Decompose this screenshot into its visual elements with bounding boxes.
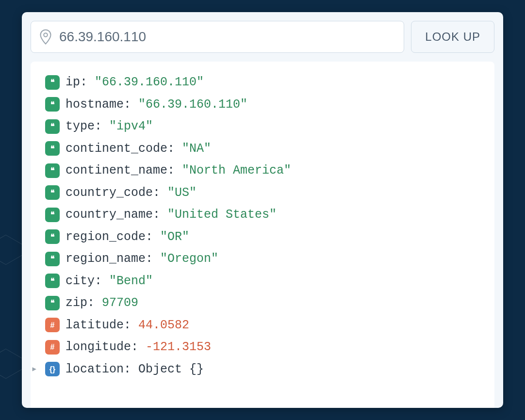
search-box[interactable] (31, 21, 404, 53)
string-type-icon: ❝ (45, 252, 60, 266)
result-row: #longitude: -121.3153 (45, 336, 486, 358)
svg-point-0 (44, 33, 48, 37)
result-key: ip (66, 71, 80, 94)
result-key: country_code (66, 182, 153, 204)
string-type-icon: ❝ (45, 229, 60, 244)
colon-separator: : (95, 115, 109, 138)
colon-separator: : (146, 248, 160, 270)
results-list[interactable]: ❝ip: "66.39.160.110"❝hostname: "66.39.16… (31, 62, 494, 408)
result-value: "ipv4" (109, 115, 153, 138)
result-key: zip (66, 292, 87, 314)
colon-separator: : (146, 226, 160, 248)
lookup-panel: LOOK UP ❝ip: "66.39.160.110"❝hostname: "… (22, 12, 503, 408)
number-type-icon: # (45, 318, 60, 332)
colon-separator: : (167, 138, 182, 160)
result-key: hostname (66, 94, 124, 116)
string-type-icon: ❝ (45, 185, 60, 200)
string-type-icon: ❝ (45, 75, 60, 90)
object-type-icon: {} (45, 362, 60, 376)
string-type-icon: ❝ (45, 163, 60, 178)
result-value: "66.39.160.110" (138, 94, 247, 116)
lookup-button[interactable]: LOOK UP (411, 21, 494, 53)
result-key: country_name (66, 204, 153, 226)
result-value: "66.39.160.110" (95, 71, 204, 94)
string-type-icon: ❝ (45, 119, 60, 134)
result-row: ❝ip: "66.39.160.110" (45, 71, 486, 94)
search-row: LOOK UP (31, 21, 494, 53)
colon-separator: : (153, 204, 167, 226)
string-type-icon: ❝ (45, 296, 60, 310)
result-key: region_code (66, 226, 146, 248)
location-pin-icon (40, 29, 51, 45)
colon-separator: : (95, 270, 109, 292)
result-row: ❝region_name: "Oregon" (45, 248, 486, 270)
colon-separator: : (87, 292, 102, 314)
colon-separator: : (124, 94, 138, 116)
colon-separator: : (124, 314, 138, 337)
result-row: ❝continent_name: "North America" (45, 160, 486, 182)
result-key: continent_name (66, 160, 167, 182)
result-value: "Bend" (109, 270, 153, 292)
result-key: longitude (66, 336, 131, 358)
result-value: 97709 (102, 292, 138, 314)
result-key: city (66, 270, 95, 292)
string-type-icon: ❝ (45, 274, 60, 288)
colon-separator: : (167, 160, 182, 182)
string-type-icon: ❝ (45, 97, 60, 112)
colon-separator: : (131, 336, 146, 358)
result-row: #latitude: 44.0582 (45, 314, 486, 337)
colon-separator: : (80, 71, 95, 94)
result-row: ❝city: "Bend" (45, 270, 486, 292)
result-row: ❝country_code: "US" (45, 182, 486, 204)
result-value: "OR" (160, 226, 189, 248)
result-value: 44.0582 (138, 314, 189, 337)
result-key: type (66, 115, 95, 138)
result-row: ❝continent_code: "NA" (45, 138, 486, 160)
result-value: "United States" (167, 204, 277, 226)
colon-separator: : (124, 358, 138, 381)
result-row: ❝type: "ipv4" (45, 115, 486, 138)
result-value: Object {} (138, 358, 204, 381)
string-type-icon: ❝ (45, 208, 60, 222)
colon-separator: : (153, 182, 167, 204)
result-value: "Oregon" (160, 248, 218, 270)
result-key: region_name (66, 248, 146, 270)
result-row: ▶{}location: Object {} (45, 358, 486, 381)
result-row: ❝region_code: "OR" (45, 226, 486, 248)
number-type-icon: # (45, 340, 60, 355)
result-row: ❝zip: 97709 (45, 292, 486, 314)
result-value: "North America" (182, 160, 291, 182)
string-type-icon: ❝ (45, 141, 60, 156)
ip-search-input[interactable] (59, 29, 395, 45)
result-key: continent_code (66, 138, 167, 160)
result-key: location (66, 358, 124, 381)
result-value: -121.3153 (146, 336, 211, 358)
result-row: ❝country_name: "United States" (45, 204, 486, 226)
result-row: ❝hostname: "66.39.160.110" (45, 94, 486, 116)
result-value: "US" (167, 182, 197, 204)
result-value: "NA" (182, 138, 211, 160)
result-key: latitude (66, 314, 124, 337)
